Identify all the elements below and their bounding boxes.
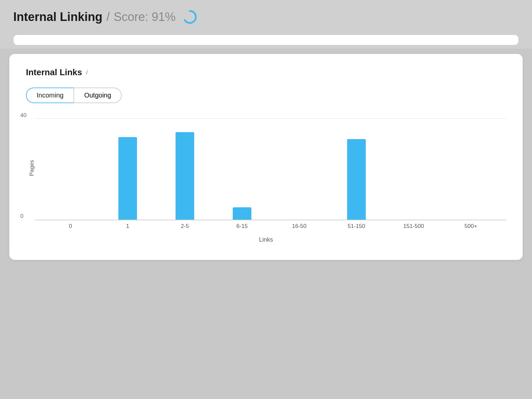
top-bar <box>0 31 532 49</box>
bar-1 <box>118 137 137 220</box>
x-axis-title: Links <box>26 236 506 243</box>
bars-container <box>35 116 506 220</box>
x-label-2-5: 2-5 <box>156 223 213 230</box>
chart-inner: 40 0 <box>35 116 506 230</box>
chart-plot: 40 0 <box>35 116 506 220</box>
page-header: Internal Linking / Score: 91% <box>0 0 532 31</box>
bar-51-150 <box>347 139 366 220</box>
score-donut-icon <box>182 9 198 25</box>
x-label-0: 0 <box>42 223 99 230</box>
y-axis-label: Pages <box>26 116 35 220</box>
x-label-1: 1 <box>99 223 156 230</box>
main-content: Internal Links i Incoming Outgoing Pages… <box>0 49 532 273</box>
bar-6-15 <box>233 207 251 220</box>
internal-links-card: Internal Links i Incoming Outgoing Pages… <box>9 54 523 260</box>
x-label-6-15: 6-15 <box>213 223 271 230</box>
header-score: Score: 91% <box>114 10 176 24</box>
chart-area: Pages 40 0 <box>26 116 506 243</box>
header-separator: / <box>106 10 110 24</box>
x-label-151-500: 151-500 <box>385 223 442 230</box>
bar-2-5 <box>176 132 194 220</box>
info-icon[interactable]: i <box>86 69 87 76</box>
card-title: Internal Links <box>26 67 82 78</box>
card-header: Internal Links i <box>26 67 506 78</box>
bar-group-6-15 <box>213 116 271 220</box>
tab-incoming[interactable]: Incoming <box>26 88 74 103</box>
bar-group-51-150 <box>328 116 385 220</box>
x-label-51-150: 51-150 <box>328 223 385 230</box>
chart-container: Pages 40 0 <box>26 116 506 230</box>
bar-group-1 <box>99 116 156 220</box>
bar-group-16-50 <box>271 116 328 220</box>
bar-group-2-5 <box>156 116 213 220</box>
grid-label-0: 0 <box>20 213 23 220</box>
x-label-16-50: 16-50 <box>271 223 328 230</box>
tab-outgoing[interactable]: Outgoing <box>74 88 122 103</box>
grid-label-40: 40 <box>20 112 27 119</box>
x-label-500plus: 500+ <box>442 223 499 230</box>
page-title: Internal Linking <box>13 10 102 24</box>
top-bar-inner <box>13 35 519 45</box>
bar-group-0 <box>42 116 99 220</box>
bar-group-151-500 <box>385 116 442 220</box>
tab-group: Incoming Outgoing <box>26 88 506 103</box>
bar-group-500plus <box>442 116 499 220</box>
x-axis-labels: 0 1 2-5 6-15 16-50 51-150 151-500 500+ <box>35 223 506 230</box>
